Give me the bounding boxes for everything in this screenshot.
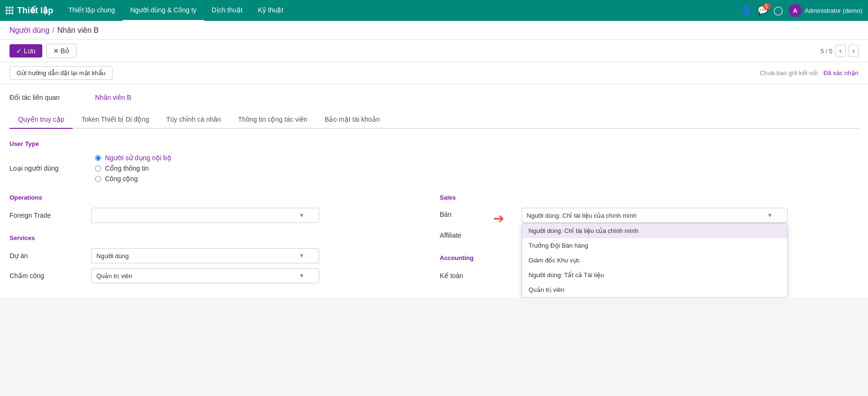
ban-value: Người dùng: Chỉ tài liệu của chính mình — [527, 212, 637, 219]
reset-password-bar: Gửi hướng dẫn đặt lại mật khẩu Chưa bao … — [0, 62, 868, 84]
nav-item-ky-thuat[interactable]: Kỹ thuật — [250, 0, 291, 21]
user-name-label: Administrator (demo) — [805, 7, 862, 14]
partner-field-row: Đối tác liên quan Nhân viên B — [10, 94, 858, 101]
breadcrumb-current: Nhân viên B — [57, 26, 99, 35]
chevron-down-icon: ▼ — [299, 252, 305, 259]
ke-toan-label: Kế toán — [440, 272, 516, 280]
prev-button[interactable]: ‹ — [835, 45, 845, 57]
du-an-value: Người dùng — [96, 252, 129, 260]
tabs: Quyền truy cập Token Thiết bị Di động Tù… — [10, 111, 858, 129]
dropdown-item-4[interactable]: Quản trị viên — [522, 282, 787, 297]
nav-menu: Thiết lập chung Người dùng & Công ty Dịc… — [61, 0, 741, 21]
save-button[interactable]: ✓ Lưu — [10, 44, 42, 58]
dropdown-item-3[interactable]: Người dùng: Tất cả Tài liệu — [522, 268, 787, 282]
navbar: Thiết lập Thiết lập chung Người dùng & C… — [0, 0, 868, 21]
pagination-text: 5 / 5 — [820, 48, 832, 55]
dropdown-item-0[interactable]: Người dùng: Chỉ tài liệu của chính mình — [522, 223, 787, 238]
user-type-radio-group: Người sử dụng nội bộ Cổng thông tin Công… — [95, 154, 172, 183]
user-type-title: User Type — [10, 140, 858, 147]
main-content: Đối tác liên quan Nhân viên B Quyền truy… — [0, 84, 868, 298]
services-subsection: Services Dự án Người dùng ▼ Chấm công Q — [10, 234, 429, 283]
nav-item-nguoi-dung[interactable]: Người dùng & Công ty — [123, 0, 204, 21]
ban-select-display[interactable]: Người dùng: Chỉ tài liệu của chính mình … — [522, 208, 788, 223]
services-title: Services — [10, 234, 429, 241]
chevron-down-icon: ▼ — [299, 272, 305, 279]
user-type-field-row: Loại người dùng Người sử dụng nội bộ Cổn… — [10, 154, 858, 183]
discard-button[interactable]: ✕ Bỏ — [46, 44, 76, 58]
foreign-trade-select[interactable]: ▼ — [91, 208, 319, 223]
never-connected-text: Chưa bao giờ kết nối — [760, 69, 818, 77]
user-type-section: User Type Loại người dùng Người sử dụng … — [10, 140, 858, 183]
tab-thong-tin[interactable]: Thông tin cộng tác viên — [229, 111, 316, 129]
radio-public[interactable]: Công cộng — [95, 175, 172, 183]
du-an-select[interactable]: Người dùng ▼ — [91, 248, 319, 263]
affiliate-label: Affiliate — [440, 232, 516, 239]
operations-sales-columns: Operations Foreign Trade ▼ Services Dự á… — [10, 194, 858, 288]
radio-portal[interactable]: Cổng thông tin — [95, 164, 172, 172]
grid-icon — [6, 7, 13, 14]
cham-cong-select[interactable]: Quản trị viên ▼ — [91, 268, 319, 283]
cham-cong-value: Quản trị viên — [96, 272, 133, 280]
ban-dropdown-menu: Người dùng: Chỉ tài liệu của chính mình … — [522, 223, 788, 298]
operations-title: Operations — [10, 194, 429, 201]
foreign-trade-display[interactable]: ▼ — [91, 208, 319, 223]
ban-row: Bán ➔ Người dùng: Chỉ tài liệu của chính… — [440, 208, 859, 223]
user-type-label: Loại người dùng — [10, 164, 95, 172]
brand[interactable]: Thiết lập — [6, 5, 53, 16]
sales-section: Sales Bán ➔ Người dùng: Chỉ tài liệu của… — [440, 194, 859, 288]
notification-badge: 5 — [763, 3, 771, 10]
confirmed-status[interactable]: Đã xác nhận — [823, 69, 858, 77]
user-avatar: A — [789, 4, 802, 17]
breadcrumb: Người dùng / Nhân viên B — [0, 21, 868, 40]
cham-cong-label: Chấm công — [10, 272, 86, 280]
nav-item-thiet-lap-chung[interactable]: Thiết lập chung — [61, 0, 123, 21]
ban-label: Bán — [440, 208, 516, 218]
du-an-label: Dự án — [10, 252, 86, 260]
cham-cong-display[interactable]: Quản trị viên ▼ — [91, 268, 319, 283]
foreign-trade-row: Foreign Trade ▼ — [10, 208, 429, 223]
tab-token[interactable]: Token Thiết bị Di động — [73, 111, 157, 129]
cham-cong-row: Chấm công Quản trị viên ▼ — [10, 268, 429, 283]
partner-value[interactable]: Nhân viên B — [95, 94, 131, 101]
people-icon[interactable]: 👤 — [741, 5, 752, 16]
du-an-display[interactable]: Người dùng ▼ — [91, 248, 319, 263]
navbar-right: 👤 💬 5 ◯ A Administrator (demo) — [741, 4, 862, 17]
ban-field-container: ➔ Người dùng: Chỉ tài liệu của chính mìn… — [522, 208, 788, 223]
radio-internal[interactable]: Người sử dụng nội bộ — [95, 154, 172, 162]
chat-icon[interactable]: 💬 5 — [757, 5, 768, 16]
brand-label: Thiết lập — [17, 5, 53, 16]
ban-dropdown-container: Người dùng: Chỉ tài liệu của chính mình … — [522, 208, 788, 223]
tab-bao-mat[interactable]: Bảo mật tài khoản — [316, 111, 389, 129]
user-menu[interactable]: A Administrator (demo) — [789, 4, 862, 17]
reset-status: Chưa bao giờ kết nối Đã xác nhận — [760, 69, 858, 77]
nav-item-dich-thuat[interactable]: Dịch thuật — [204, 0, 250, 21]
partner-label: Đối tác liên quan — [10, 94, 95, 101]
reset-password-button[interactable]: Gửi hướng dẫn đặt lại mật khẩu — [10, 66, 113, 80]
pagination: 5 / 5 ‹ › — [820, 45, 858, 57]
breadcrumb-separator: / — [52, 26, 54, 35]
sales-title: Sales — [440, 194, 859, 201]
operations-section: Operations Foreign Trade ▼ Services Dự á… — [10, 194, 429, 288]
dropdown-item-1[interactable]: Trưởng Đội Bán hàng — [522, 238, 787, 253]
toolbar: ✓ Lưu ✕ Bỏ 5 / 5 ‹ › — [0, 40, 868, 62]
dropdown-item-2[interactable]: Giám đốc Khu vực — [522, 253, 787, 268]
arrow-indicator: ➔ — [493, 211, 504, 226]
breadcrumb-parent[interactable]: Người dùng — [10, 26, 49, 35]
clock-icon[interactable]: ◯ — [773, 5, 783, 16]
close-icon: ✕ — [53, 47, 59, 55]
chevron-down-icon: ▼ — [767, 212, 773, 219]
tab-quyen-truy-cap[interactable]: Quyền truy cập — [10, 111, 73, 129]
foreign-trade-label: Foreign Trade — [10, 212, 86, 219]
du-an-row: Dự án Người dùng ▼ — [10, 248, 429, 263]
save-icon: ✓ — [16, 47, 22, 55]
tab-tuy-chinh[interactable]: Tùy chỉnh cá nhân — [158, 111, 229, 129]
chevron-down-icon: ▼ — [299, 212, 305, 219]
next-button[interactable]: › — [849, 45, 858, 57]
